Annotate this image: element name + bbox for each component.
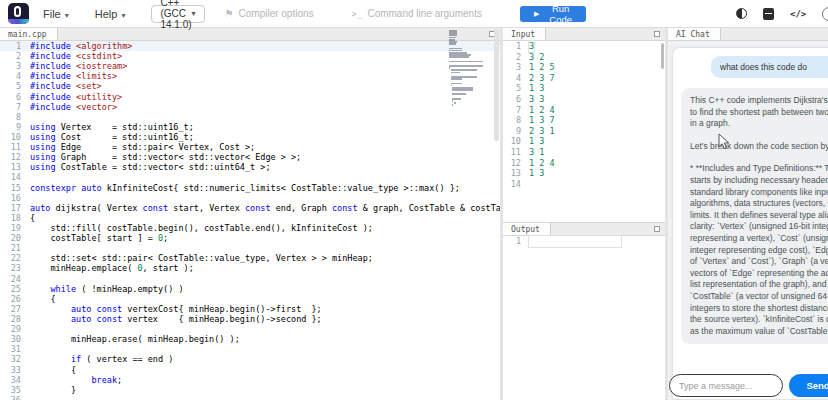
onecompiler-logo[interactable] [8, 3, 29, 24]
command-line-args-field[interactable]: >_ Command line arguments [352, 8, 482, 19]
code-line[interactable]: 28 auto const vertex { minHeap.begin()->… [0, 314, 500, 324]
code-line[interactable]: 23 minHeap.emplace( 0, start ); [0, 263, 500, 273]
file-menu[interactable]: File▾ [43, 8, 69, 20]
code-editor[interactable]: 1#include <algorithm>2#include <cstdint>… [0, 41, 500, 400]
help-menu-label: Help [95, 8, 118, 20]
editor-minimap[interactable] [449, 30, 487, 109]
chevron-down-icon: ▾ [192, 9, 196, 18]
tab-ai-chat[interactable]: AI Chat [668, 28, 721, 40]
code-line[interactable]: 92 3 1 [503, 126, 665, 137]
logo-zero-glyph [14, 6, 21, 17]
code-line[interactable]: 17auto dijkstra( Vertex const start, Ver… [0, 203, 500, 213]
code-line[interactable]: 12using Graph = std::vector< std::vector… [0, 152, 500, 162]
code-line[interactable]: 3#include <iostream> [0, 61, 500, 71]
tab-input[interactable]: Input [503, 28, 546, 40]
code-line[interactable]: 2#include <cstdint> [0, 51, 500, 61]
code-line[interactable]: 101 3 [503, 136, 665, 147]
docs-icon[interactable] [763, 8, 774, 20]
code-line[interactable]: 20 costTable[ start ] = 0; [0, 233, 500, 243]
editor-tabbar: main.cpp [0, 28, 500, 41]
code-line[interactable]: 18{ [0, 213, 500, 223]
play-icon: ▶ [534, 10, 539, 18]
code-line[interactable]: 30 minHeap.erase( minHeap.begin() ); [0, 334, 500, 344]
code-line[interactable]: 34 break; [0, 375, 500, 385]
code-line[interactable]: 13 [503, 41, 665, 52]
chat-inputbar: Send [669, 374, 828, 397]
code-line[interactable]: 4#include <limits> [0, 71, 500, 81]
language-selector[interactable]: C++ (GCC 14.1.0) ▾ [151, 5, 204, 23]
command-line-args-placeholder: Command line arguments [367, 8, 482, 19]
output-tabbar: Output [503, 223, 665, 236]
code-line[interactable]: 1 [503, 236, 665, 247]
avatar[interactable] [822, 7, 828, 21]
send-button[interactable]: Send [789, 374, 828, 397]
code-line[interactable]: 21 [0, 243, 500, 253]
embed-code-icon[interactable]: </> [790, 9, 806, 19]
output-block: Output 1 [503, 222, 665, 247]
code-line[interactable]: 10using Cost = std::uint16_t; [0, 132, 500, 142]
tab-main-cpp[interactable]: main.cpp [0, 28, 58, 40]
file-menu-label: File [43, 8, 61, 20]
chat-tabbar: AI Chat [668, 28, 828, 41]
code-line[interactable]: 1#include <algorithm> [0, 41, 500, 51]
code-line[interactable]: 14 [503, 179, 665, 190]
code-line[interactable]: 71 2 4 [503, 105, 665, 116]
logo-color-band [8, 19, 29, 24]
tab-output[interactable]: Output [503, 223, 551, 235]
theme-contrast-icon[interactable] [736, 8, 747, 19]
toolbar-icons: </> [736, 7, 828, 21]
input-editor[interactable]: 1323 231 2 542 3 751 363 371 2 481 3 792… [503, 41, 665, 222]
ai-chat-panel: AI Chat what does this code do This C++ … [668, 28, 828, 400]
code-line[interactable]: 8 [0, 112, 500, 122]
code-line[interactable]: 9using Vertex = std::uint16_t; [0, 122, 500, 132]
code-line[interactable]: 14 [0, 172, 500, 182]
code-line[interactable]: 113 1 [503, 147, 665, 158]
expand-panel-icon[interactable] [654, 226, 660, 232]
code-line[interactable]: 131 3 [503, 168, 665, 179]
code-line[interactable]: 7#include <vector> [0, 102, 500, 112]
ai-paragraph: * **Includes and Type Definitions:** The… [690, 163, 828, 337]
code-line[interactable]: 32 if ( vertex == end ) [0, 354, 500, 364]
run-code-button[interactable]: ▶ Run Code [520, 6, 586, 22]
chat-message-input[interactable] [669, 374, 783, 397]
code-line[interactable]: 26 { [0, 294, 500, 304]
editor-scrollbar[interactable] [494, 29, 499, 141]
code-line[interactable]: 42 3 7 [503, 73, 665, 84]
chat-body: what does this code do This C++ code imp… [668, 41, 828, 400]
code-line[interactable]: 13using CostTable = std::vector< std::ui… [0, 162, 500, 172]
code-line[interactable]: 6#include <utility> [0, 92, 500, 102]
code-line[interactable]: 11using Edge = std::pair< Vertex, Cost >… [0, 142, 500, 152]
run-code-label: Run Code [549, 3, 572, 25]
code-line[interactable]: 31 2 5 [503, 62, 665, 73]
code-line[interactable]: 33 { [0, 365, 500, 375]
ai-message-bubble: This C++ code implements Dijkstra's algo… [681, 88, 828, 344]
code-line[interactable]: 24 [0, 274, 500, 284]
code-line[interactable]: 23 2 [503, 52, 665, 63]
chevron-down-icon: ▾ [121, 11, 125, 20]
code-line[interactable]: 27 auto const vertexCost{ minHeap.begin(… [0, 304, 500, 314]
code-line[interactable]: 16 [0, 193, 500, 203]
code-line[interactable]: 51 3 [503, 83, 665, 94]
input-tabbar: Input [503, 28, 665, 41]
code-line[interactable]: 19 std::fill( costTable.begin(), costTab… [0, 223, 500, 233]
code-line[interactable]: 31 [0, 344, 500, 354]
code-line[interactable]: 36 [0, 395, 500, 400]
ai-paragraph: This C++ code implements Dijkstra's algo… [690, 95, 828, 130]
top-toolbar: File▾ Help▾ C++ (GCC 14.1.0) ▾ ⚑ Compile… [0, 0, 828, 28]
compiler-options-button[interactable]: ⚑ Compiler options [225, 8, 314, 19]
output-editor[interactable]: 1 [503, 236, 665, 247]
code-line[interactable]: 25 while ( !minHeap.empty() ) [0, 284, 500, 294]
expand-panel-icon[interactable] [654, 31, 660, 37]
code-line[interactable]: 81 3 7 [503, 115, 665, 126]
code-line[interactable]: 29 [0, 324, 500, 334]
help-menu[interactable]: Help▾ [95, 8, 126, 20]
code-line[interactable]: 35 } [0, 385, 500, 395]
code-line[interactable]: 22 std::set< std::pair< CostTable::value… [0, 253, 500, 263]
code-line[interactable]: 15constexpr auto kInfiniteCost{ std::num… [0, 183, 500, 193]
code-line[interactable]: 121 2 4 [503, 158, 665, 169]
language-selected-value: C++ (GCC 14.1.0) [160, 0, 191, 30]
code-line[interactable]: 63 3 [503, 94, 665, 105]
input-scrollbar[interactable] [661, 43, 664, 69]
compiler-options-label: Compiler options [239, 8, 314, 19]
code-line[interactable]: 5#include <set> [0, 81, 500, 91]
